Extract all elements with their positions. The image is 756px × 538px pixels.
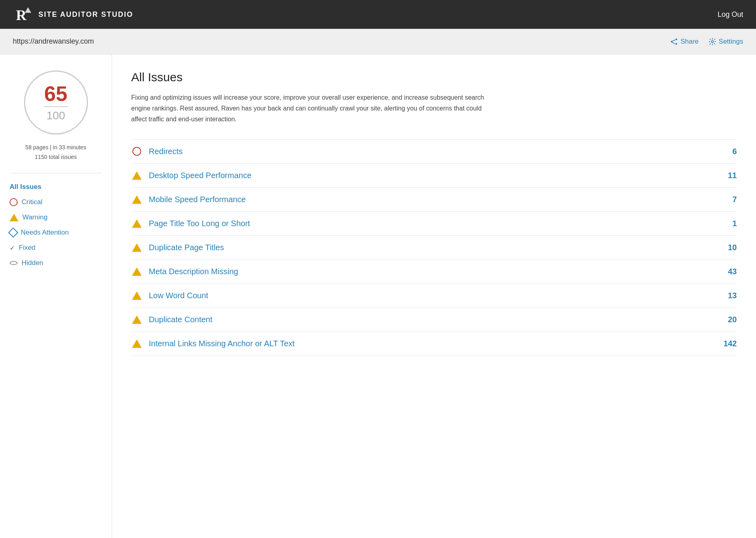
- score-max: 100: [46, 109, 65, 122]
- issue-item-duplicate-titles[interactable]: Duplicate Page Titles 10: [131, 235, 737, 259]
- logo-area: R SITE AUDITOR STUDIO: [13, 4, 133, 25]
- app-title: SITE AUDITOR STUDIO: [38, 10, 133, 19]
- issue-icon-redirects: [131, 147, 142, 156]
- issue-label-duplicate-content: Duplicate Content: [149, 315, 714, 324]
- sidebar-item-critical[interactable]: Critical: [10, 198, 102, 206]
- warning-triangle-icon: [132, 243, 142, 252]
- score-divider: [44, 106, 68, 107]
- issue-item-desktop-speed[interactable]: Desktop Speed Performance 11: [131, 163, 737, 187]
- issue-icon-duplicate-content: [131, 315, 142, 324]
- content-description: Fixing and optimizing issues will increa…: [131, 92, 491, 125]
- warning-triangle-icon: [132, 195, 142, 204]
- issue-label-desktop-speed: Desktop Speed Performance: [149, 171, 714, 180]
- issue-label-redirects: Redirects: [149, 147, 714, 156]
- svg-point-4: [676, 38, 677, 40]
- site-url: https://andrewansley.com: [13, 37, 94, 46]
- sidebar-item-fixed[interactable]: ✓ Fixed: [10, 244, 102, 252]
- fixed-label[interactable]: Fixed: [19, 244, 36, 252]
- warning-triangle-icon: [132, 291, 142, 300]
- issue-icon-meta-desc: [131, 267, 142, 276]
- issue-icon-internal-links: [131, 339, 142, 348]
- sidebar-item-needs-attention[interactable]: Needs Attention: [10, 229, 102, 237]
- issue-item-internal-links[interactable]: Internal Links Missing Anchor or ALT Tex…: [131, 331, 737, 356]
- score-value: 65: [44, 83, 68, 104]
- issue-count-page-title-length: 1: [721, 219, 737, 228]
- share-label: Share: [680, 38, 698, 46]
- warning-triangle-icon: [132, 315, 142, 324]
- svg-point-8: [711, 40, 713, 42]
- page-title: All Issues: [131, 70, 737, 84]
- issue-item-redirects[interactable]: Redirects 6: [131, 139, 737, 163]
- svg-text:R: R: [16, 7, 27, 23]
- issue-count-meta-desc: 43: [721, 267, 737, 276]
- svg-point-5: [676, 43, 677, 44]
- score-area: 65 100: [10, 70, 102, 134]
- score-circle: 65 100: [24, 70, 88, 134]
- issue-label-low-word-count: Low Word Count: [149, 291, 714, 300]
- issue-item-mobile-speed[interactable]: Mobile Speed Performance 7: [131, 187, 737, 211]
- critical-icon: [10, 198, 18, 206]
- share-icon: [670, 38, 678, 46]
- settings-button[interactable]: Settings: [708, 38, 743, 46]
- sidebar-item-all-issues[interactable]: All Issues: [10, 183, 102, 191]
- critical-label[interactable]: Critical: [22, 198, 42, 206]
- fixed-icon: ✓: [10, 244, 15, 252]
- issue-icon-mobile-speed: [131, 195, 142, 204]
- sidebar-item-hidden[interactable]: Hidden: [10, 259, 102, 267]
- issue-item-page-title-length[interactable]: Page Title Too Long or Short 1: [131, 211, 737, 235]
- issue-label-duplicate-titles: Duplicate Page Titles: [149, 243, 714, 252]
- critical-circle-icon: [132, 147, 141, 156]
- issue-count-mobile-speed: 7: [721, 195, 737, 204]
- attention-icon: [8, 227, 18, 237]
- needs-attention-label[interactable]: Needs Attention: [21, 229, 69, 237]
- issue-count-redirects: 6: [721, 147, 737, 156]
- issue-item-meta-desc[interactable]: Meta Description Missing 43: [131, 259, 737, 283]
- issue-item-low-word-count[interactable]: Low Word Count 13: [131, 283, 737, 307]
- issues-list: Redirects 6 Desktop Speed Performance 11…: [131, 139, 737, 356]
- issue-icon-desktop-speed: [131, 171, 142, 180]
- issue-item-duplicate-content[interactable]: Duplicate Content 20: [131, 307, 737, 331]
- issue-label-mobile-speed: Mobile Speed Performance: [149, 195, 714, 204]
- svg-rect-7: [672, 42, 675, 44]
- issue-icon-duplicate-titles: [131, 243, 142, 252]
- app-header: R SITE AUDITOR STUDIO Log Out: [0, 0, 756, 29]
- raven-logo-icon: R: [13, 4, 34, 25]
- svg-rect-6: [672, 39, 676, 41]
- settings-icon: [708, 38, 716, 46]
- logout-button[interactable]: Log Out: [718, 10, 743, 19]
- issue-icon-low-word-count: [131, 291, 142, 300]
- sidebar-nav: All Issues Critical Warning Needs Attent…: [10, 183, 102, 267]
- pages-info: 58 pages | in 33 minutes: [10, 144, 102, 151]
- warning-label[interactable]: Warning: [22, 213, 48, 221]
- warning-triangle-icon: [132, 171, 142, 180]
- sidebar-item-warning[interactable]: Warning: [10, 213, 102, 221]
- warning-triangle-icon: [132, 339, 142, 348]
- sidebar-divider: [10, 173, 102, 173]
- issue-label-internal-links: Internal Links Missing Anchor or ALT Tex…: [149, 339, 714, 348]
- issue-icon-page-title-length: [131, 219, 142, 228]
- settings-label: Settings: [719, 38, 743, 46]
- issue-count-desktop-speed: 11: [721, 171, 737, 180]
- site-bar-actions: Share Settings: [670, 38, 743, 46]
- main-content: All Issues Fixing and optimizing issues …: [112, 54, 756, 538]
- share-button[interactable]: Share: [670, 38, 698, 46]
- issue-count-duplicate-content: 20: [721, 315, 737, 324]
- issue-label-page-title-length: Page Title Too Long or Short: [149, 219, 714, 228]
- hidden-label[interactable]: Hidden: [22, 259, 43, 267]
- issue-count-duplicate-titles: 10: [721, 243, 737, 252]
- hidden-icon: [10, 261, 18, 265]
- sidebar: 65 100 58 pages | in 33 minutes 1150 tot…: [0, 54, 112, 538]
- issue-label-meta-desc: Meta Description Missing: [149, 267, 714, 276]
- issue-count-low-word-count: 13: [721, 291, 737, 300]
- main-layout: 65 100 58 pages | in 33 minutes 1150 tot…: [0, 54, 756, 538]
- warning-icon: [10, 214, 18, 221]
- total-issues: 1150 total issues: [10, 154, 102, 160]
- warning-triangle-icon: [132, 219, 142, 228]
- all-issues-label: All Issues: [10, 183, 41, 191]
- issue-count-internal-links: 142: [721, 339, 737, 348]
- site-bar: https://andrewansley.com Share Settings: [0, 29, 756, 54]
- warning-triangle-icon: [132, 267, 142, 276]
